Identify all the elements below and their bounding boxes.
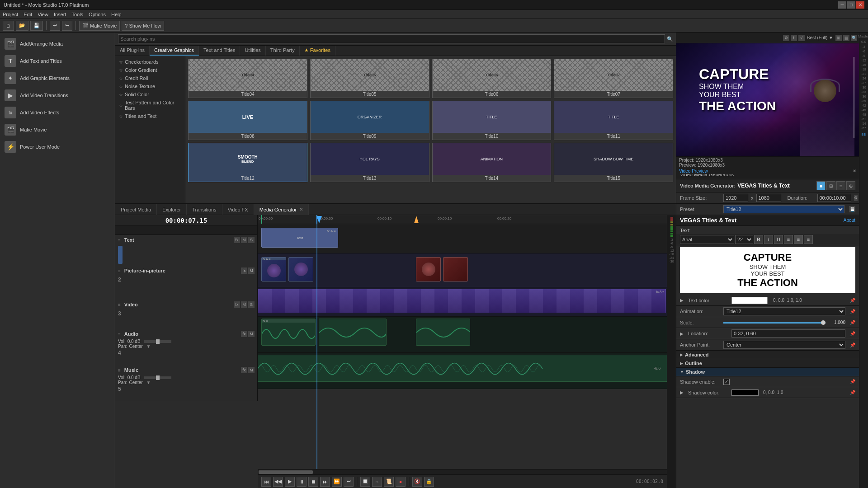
location-expand[interactable]: ▶ (680, 331, 684, 336)
tab-text-titles[interactable]: Text and Titles (199, 46, 240, 56)
vmg-icon-1[interactable]: ■ (816, 181, 826, 190)
audio-track-mute-btn[interactable]: M (248, 331, 255, 337)
sidebar-item-power-user[interactable]: ⚡ Power User Mode (0, 138, 115, 155)
menu-view[interactable]: View (38, 12, 48, 17)
close-button[interactable]: ✕ (856, 1, 864, 9)
tab-media-generator[interactable]: Media Generator ✕ (254, 204, 309, 215)
scale-slider-thumb[interactable] (821, 320, 826, 325)
sidebar-item-add-graphic[interactable]: ✦ Add Graphic Elements (0, 70, 115, 87)
anchor-pin[interactable]: 📌 (850, 343, 855, 347)
outline-section-header[interactable]: ▶ Outline (676, 359, 859, 368)
align-center-button[interactable]: ≡ (794, 235, 803, 244)
h-scroll-thumb[interactable] (259, 470, 313, 474)
transport-go-end[interactable]: ⏭ (320, 477, 330, 487)
video-track-mute-btn[interactable]: M (241, 301, 247, 308)
plugin-item-title14[interactable]: ANIMATION Title14 (432, 143, 552, 182)
vmg-icon-4[interactable]: ⊕ (846, 181, 855, 190)
video-track-fx-btn[interactable]: fx (234, 301, 240, 308)
advanced-section-header[interactable]: ▶ Advanced (676, 351, 859, 359)
vmg-icon-3[interactable]: ≡ (836, 181, 845, 190)
time-ruler[interactable]: 00:00:00 00:00:05 00:00:10 00:00:15 00:0… (258, 215, 667, 224)
location-pin[interactable]: 📌 (850, 331, 855, 336)
make-movie-button[interactable]: 🎬 Make Movie (79, 21, 120, 31)
new-button[interactable]: 🗋 (3, 21, 14, 31)
tab-third-party[interactable]: Third Party (266, 46, 300, 56)
audio-clip-3[interactable] (416, 319, 470, 346)
plugin-item-title12[interactable]: SMOOTH BLEND Title12 (188, 143, 307, 182)
frame-width-input[interactable] (723, 194, 748, 202)
plugin-item-title07[interactable]: Title07 Title07 (554, 59, 673, 98)
tab-all-plugins[interactable]: All Plug-ins (115, 46, 150, 56)
preview-quality[interactable]: Best (Full) ▼ (807, 35, 833, 40)
transport-go-start[interactable]: ⏮ (261, 477, 271, 487)
preview-close-btn[interactable]: ✕ (853, 169, 856, 174)
sidebar-item-make-movie[interactable]: 🎬 Make Movie (0, 121, 115, 138)
shadow-section-header[interactable]: ▼ Shadow (676, 368, 859, 376)
sidebar-item-add-transitions[interactable]: ▶ Add Video Transitions (0, 87, 115, 104)
text-track-mute-btn[interactable]: M (241, 237, 247, 243)
tab-creative-graphics[interactable]: Creative Graphics (150, 46, 199, 56)
scale-pin[interactable]: 📌 (850, 320, 855, 325)
menu-options[interactable]: Options (89, 12, 106, 17)
transport-rewind[interactable]: ◀◀ (273, 477, 283, 487)
preview-trim-handle[interactable] (854, 57, 854, 138)
transport-auto-scroll[interactable]: 📜 (384, 477, 394, 487)
pip-clip-2[interactable] (288, 257, 313, 282)
menu-insert[interactable]: Insert (54, 12, 66, 17)
plugin-item-title15[interactable]: SHADOW BOW TIME Title15 (554, 143, 673, 182)
italic-button[interactable]: I (764, 235, 773, 244)
save-button[interactable]: 💾 (30, 21, 43, 31)
location-input[interactable] (731, 329, 845, 338)
sidebar-solid-color[interactable]: ☆ Solid Color (115, 90, 185, 99)
frame-height-input[interactable] (756, 194, 781, 202)
show-me-how-button[interactable]: ? Show Me How (122, 21, 164, 31)
video-clip-1[interactable]: fx A ≡ (258, 289, 666, 313)
preview-fx-btn[interactable]: f (791, 35, 797, 41)
maximize-button[interactable]: □ (847, 1, 855, 9)
preview-zoom-btn[interactable]: 🔍 (851, 35, 857, 41)
align-right-button[interactable]: ≡ (804, 235, 813, 244)
text-track-fx-btn[interactable]: fx (234, 237, 240, 243)
transport-snap[interactable]: 🔲 (360, 477, 370, 487)
menu-project[interactable]: Project (3, 12, 18, 17)
vmg-icon-2[interactable]: ⊞ (826, 181, 835, 190)
font-size-select[interactable]: 22 (735, 235, 753, 244)
menu-edit[interactable]: Edit (24, 12, 32, 17)
plugin-item-title09[interactable]: ORGANIZER Title09 (310, 101, 429, 140)
transport-lock[interactable]: 🔒 (424, 477, 434, 487)
animation-select[interactable]: Title12 (723, 307, 845, 315)
pip-clip-4[interactable] (443, 257, 468, 282)
plugin-item-title11[interactable]: TITLE Title11 (554, 101, 673, 140)
sidebar-test-pattern[interactable]: ☆ Test Pattern and Color Bars (115, 99, 185, 112)
music-vol-slider[interactable] (144, 376, 171, 379)
tab-project-media[interactable]: Project Media (115, 204, 157, 215)
audio-clip-2[interactable] (319, 319, 387, 346)
transport-mute[interactable]: 🔇 (412, 477, 422, 487)
audio-vol-slider[interactable] (144, 340, 171, 343)
pip-track-fx-btn[interactable]: fx (241, 267, 247, 274)
tab-favorites[interactable]: ★ Favorites (300, 46, 335, 56)
preset-select[interactable]: Title12 (723, 205, 844, 213)
duration-input[interactable] (817, 194, 851, 202)
plugin-item-title08[interactable]: LIVE Title08 (188, 101, 307, 140)
open-button[interactable]: 📂 (16, 21, 28, 31)
shadow-color-swatch[interactable] (731, 389, 759, 396)
h-scrollbar[interactable] (258, 469, 667, 474)
pan-arrow[interactable]: ▼ (146, 344, 151, 349)
plugin-item-title06[interactable]: Title06 Title06 (432, 59, 552, 98)
pip-track-mute-btn[interactable]: M (248, 267, 255, 274)
plugin-item-title04[interactable]: Title04 Title04 (188, 59, 307, 98)
plugin-item-title10[interactable]: TITLE Title10 (432, 101, 552, 140)
music-clip-main[interactable] (258, 355, 667, 382)
shadow-enable-checkbox[interactable]: ✓ (723, 379, 730, 385)
sidebar-item-add-text[interactable]: T Add Text and Titles (0, 52, 115, 70)
plugin-item-title05[interactable]: Title05 Title05 (310, 59, 429, 98)
plugin-item-title13[interactable]: HOL RAYS Title13 (310, 143, 429, 182)
redo-button[interactable]: ↪ (62, 21, 72, 31)
sidebar-checkerboards[interactable]: ☆ Checkerboards (115, 58, 185, 66)
text-track-solo-btn[interactable]: S (248, 237, 255, 243)
font-select[interactable]: Arial (680, 235, 734, 244)
sidebar-noise-texture[interactable]: ☆ Noise Texture (115, 82, 185, 90)
align-left-button[interactable]: ≡ (784, 235, 793, 244)
transport-play[interactable]: ▶ (285, 477, 295, 487)
